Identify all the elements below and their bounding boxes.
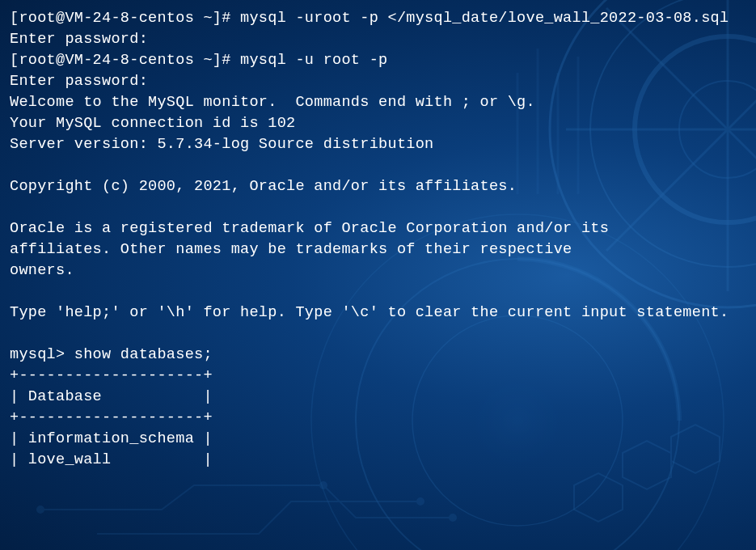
terminal-line: +--------------------+: [10, 408, 746, 429]
svg-marker-14: [574, 473, 623, 522]
terminal-line: [root@VM-24-8-centos ~]# mysql -u root -…: [10, 50, 746, 71]
terminal-line: affiliates. Other names may be trademark…: [10, 239, 746, 260]
terminal-line: Copyright (c) 2000, 2021, Oracle and/or …: [10, 176, 746, 197]
terminal-line: owners.: [10, 260, 746, 281]
terminal-line: | Database |: [10, 387, 746, 408]
terminal-line: [10, 281, 746, 302]
terminal-line: [root@VM-24-8-centos ~]# mysql -uroot -p…: [10, 8, 746, 29]
svg-point-15: [37, 506, 44, 513]
terminal-line: [10, 155, 746, 176]
terminal-line: Type 'help;' or '\h' for help. Type '\c'…: [10, 302, 746, 324]
terminal-line: [10, 197, 746, 218]
terminal-line: Enter password:: [10, 29, 746, 50]
terminal-line: +--------------------+: [10, 366, 746, 387]
svg-point-17: [417, 498, 424, 505]
svg-point-18: [450, 514, 456, 521]
terminal-line: | love_wall |: [10, 450, 746, 471]
terminal-line: Welcome to the MySQL monitor. Commands e…: [10, 92, 746, 113]
terminal-line: | information_schema |: [10, 429, 746, 450]
terminal-line: Server version: 5.7.34-log Source distri…: [10, 134, 746, 155]
terminal-line: Your MySQL connection id is 102: [10, 113, 746, 134]
terminal-line: mysql> show databases;: [10, 345, 746, 366]
terminal-output[interactable]: [root@VM-24-8-centos ~]# mysql -uroot -p…: [0, 0, 756, 479]
terminal-line: Enter password:: [10, 71, 746, 92]
svg-point-16: [320, 482, 327, 489]
terminal-line: Oracle is a registered trademark of Orac…: [10, 218, 746, 239]
terminal-line: [10, 324, 746, 345]
